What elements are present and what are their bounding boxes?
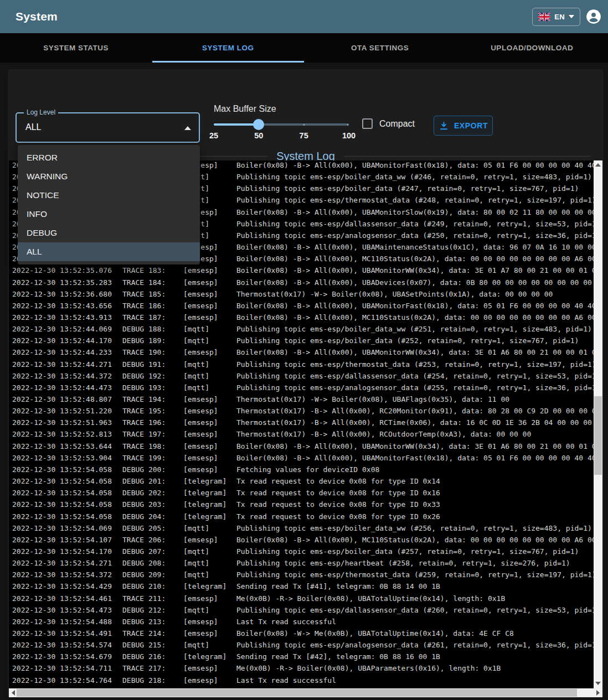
log-level: DEBUG 205: (122, 522, 183, 534)
scroll-up-icon[interactable] (595, 163, 601, 167)
log-message: Fetching values for deviceID 0x08 (236, 464, 594, 475)
log-level: TRACE 196: (122, 417, 183, 428)
log-message: Sending read Tx [#41], telegram: 0B 88 1… (236, 580, 594, 592)
log-level: DEBUG 200: (122, 464, 183, 475)
log-message: Thermostat(0x17) -B-> All(0x00), RCOutdo… (236, 428, 594, 440)
log-level: DEBUG 208: (122, 557, 183, 569)
log-tag: [emsesp] (183, 452, 236, 464)
log-level-select[interactable]: Log Level ALL (16, 112, 200, 143)
log-timestamp: 2022-12-30 13:52:54.711 (12, 662, 122, 674)
log-message: Publishing topic ems-esp/heartbeat (#258… (236, 557, 594, 569)
log-level: TRACE 185: (122, 288, 183, 300)
log-row: 2022-12-30 13:52:44.170DEBUG 189:[mqtt]P… (9, 335, 594, 346)
buffer-size-label: Max Buffer Size (214, 104, 276, 114)
horizontal-scroll-thumb[interactable] (17, 689, 577, 697)
log-message: Sending read Tx [#42], telegram: 0B 88 1… (236, 651, 594, 662)
log-message: Boiler(0x08) -W-> Me(0x0B), UBATotalUpti… (236, 628, 594, 639)
log-message: Publishing topic ems-esp/boiler_data_ww … (236, 323, 594, 335)
log-message: Boiler(0x08) -B-> All(0x00), UBAMaintena… (236, 241, 594, 253)
log-timestamp: 2022-12-30 13:52:44.233 (12, 346, 122, 358)
log-level: TRACE 184: (122, 277, 183, 288)
log-message: Last Tx read successful (236, 616, 594, 628)
menu-item-info[interactable]: INFO (18, 205, 200, 224)
vertical-scrollbar[interactable] (594, 160, 602, 688)
log-tag: [emsesp] (183, 277, 236, 288)
tab-upload-download[interactable]: UPLOAD/DOWNLOAD (456, 33, 608, 63)
log-timestamp: 2022-12-30 13:52:43.656 (12, 300, 122, 312)
log-level: DEBUG 191: (122, 359, 183, 370)
slider-mark-label-100: 100 (342, 131, 355, 140)
log-row: 2022-12-30 13:52:44.473DEBUG 193:[mqtt]P… (9, 382, 594, 393)
log-timestamp: 2022-12-30 13:52:54.058 (12, 499, 122, 510)
log-tag: [telegram] (183, 511, 236, 522)
compact-toggle[interactable]: Compact (362, 118, 415, 129)
log-tag: [emsesp] (183, 393, 236, 405)
log-level: TRACE 190: (122, 346, 183, 358)
slider-mark-label-50: 50 (254, 131, 263, 140)
tab-system-status[interactable]: SYSTEM STATUS (0, 33, 152, 63)
tab-ota-settings[interactable]: OTA SETTINGS (304, 33, 456, 63)
menu-item-all[interactable]: ALL (18, 242, 200, 261)
log-message: Publishing topic ems-esp/analogsensor_da… (236, 382, 594, 393)
horizontal-scrollbar[interactable] (9, 688, 602, 697)
scroll-down-icon[interactable] (595, 682, 601, 685)
log-timestamp: 2022-12-30 13:52:44.372 (12, 370, 122, 382)
scroll-right-icon[interactable] (596, 690, 600, 696)
log-timestamp: 2022-12-30 13:52:54.574 (12, 639, 122, 651)
log-row: 2022-12-30 13:52:54.488DEBUG 213:[emsesp… (9, 616, 594, 628)
log-timestamp: 2022-12-30 13:52:54.473 (12, 604, 122, 616)
log-timestamp: 2022-12-30 13:52:35.076 (12, 265, 122, 276)
log-timestamp: 2022-12-30 13:52:54.107 (12, 534, 122, 546)
log-row: 2022-12-30 13:52:54.491TRACE 214:[emsesp… (9, 628, 594, 639)
log-timestamp: 2022-12-30 13:52:54.170 (12, 546, 122, 557)
log-timestamp: 2022-12-30 13:52:51.220 (12, 405, 122, 417)
log-row: 2022-12-30 13:52:54.429DEBUG 210:[telegr… (9, 580, 594, 592)
log-row: 2022-12-30 13:52:54.679DEBUG 216:[telegr… (9, 651, 594, 662)
log-level: TRACE 217: (122, 662, 183, 674)
log-row: 2022-12-30 13:52:54.764DEBUG 218:[emsesp… (9, 675, 594, 686)
account-icon[interactable] (586, 9, 601, 24)
log-level: TRACE 211: (122, 593, 183, 604)
tab-system-log[interactable]: SYSTEM LOG (152, 33, 305, 63)
menu-item-debug[interactable]: DEBUG (18, 224, 200, 242)
log-row: 2022-12-30 13:52:51.963TRACE 196:[emsesp… (9, 417, 594, 428)
buffer-size-slider[interactable] (214, 117, 349, 132)
log-row: 2022-12-30 13:52:54.461TRACE 211:[emsesp… (9, 593, 594, 604)
log-tag: [emsesp] (183, 464, 236, 475)
log-message: Boiler(0x08) -B-> All(0x00), UBAMonitorF… (236, 452, 594, 464)
slider-track (214, 123, 259, 126)
log-message: Thermostat(0x17) -B-> All(0x00), RCTime(… (236, 417, 594, 428)
log-tag: [emsesp] (183, 312, 236, 323)
log-row: 2022-12-30 13:52:43.656TRACE 186:[emsesp… (9, 300, 594, 312)
log-tag: [emsesp] (183, 288, 236, 300)
log-level-value: ALL (25, 122, 41, 132)
log-tag: [mqtt] (183, 370, 236, 382)
log-tag: [mqtt] (183, 546, 236, 557)
log-row: 2022-12-30 13:52:54.574DEBUG 215:[mqtt]P… (9, 639, 594, 651)
app-header: System EN (0, 0, 608, 33)
log-message: Boiler(0x08) -B-> All(0x00), UBADevices(… (236, 277, 594, 288)
log-tag: [telegram] (183, 487, 236, 499)
slider-thumb[interactable] (253, 119, 264, 130)
log-row: 2022-12-30 13:52:54.058DEBUG 204:[telegr… (9, 511, 594, 522)
language-selector[interactable]: EN (532, 8, 580, 26)
log-message: Publishing topic ems-esp/thermostat_data… (236, 194, 594, 206)
log-message: Publishing topic ems-esp/dallassensor_da… (236, 604, 594, 616)
log-message: Boiler(0x08) -B-> All(0x00), MC110Status… (236, 253, 594, 265)
compact-checkbox[interactable] (362, 118, 373, 129)
log-message: Publishing topic ems-esp/dallassensor_da… (236, 370, 594, 382)
scroll-left-icon[interactable] (12, 690, 15, 696)
menu-item-notice[interactable]: NOTICE (18, 186, 200, 205)
log-message: Boiler(0x08) -B-> All(0x00), UBAMonitorS… (236, 206, 594, 218)
log-level: DEBUG 192: (122, 370, 183, 382)
log-message: Publishing topic ems-esp/dallassensor_da… (236, 218, 594, 230)
log-level: TRACE 187: (122, 312, 183, 323)
vertical-scroll-thumb[interactable] (594, 396, 602, 475)
menu-item-error[interactable]: ERROR (18, 148, 200, 167)
tab-bar: SYSTEM STATUSSYSTEM LOGOTA SETTINGSUPLOA… (0, 33, 608, 63)
page-title: System (16, 10, 58, 23)
export-button[interactable]: EXPORT (434, 116, 493, 136)
menu-item-warning[interactable]: WARNING (18, 167, 200, 186)
log-level: DEBUG 212: (122, 604, 183, 616)
log-tag: [emsesp] (183, 300, 236, 312)
